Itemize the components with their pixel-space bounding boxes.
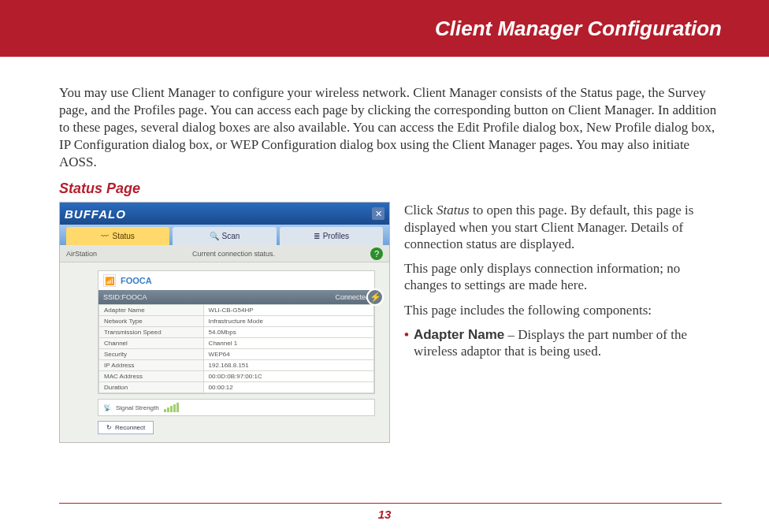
signal-bars-icon [164, 403, 370, 412]
page-number: 13 [0, 508, 769, 521]
antenna-icon: 📶 [103, 274, 116, 287]
status-p1: Click Status to open this page. By defau… [404, 202, 722, 252]
footer-divider [59, 503, 722, 504]
cell-val: 00:0D:0B:97:00:1C [203, 371, 373, 382]
status-icon: 〰 [101, 232, 109, 240]
status-p2: This page only displays connection infor… [404, 260, 722, 294]
cell-key: Channel [99, 338, 204, 349]
close-icon[interactable]: ✕ [372, 207, 384, 220]
tab-label: Scan [222, 232, 240, 240]
connected-label: Connected [335, 293, 370, 301]
search-icon: 🔍 [210, 232, 219, 240]
signal-strength-panel: 📡 Signal Strength [98, 399, 375, 416]
ssid-header: 📶 FOOCA [98, 271, 374, 290]
bullet-label: Adapter Name [414, 327, 504, 342]
help-icon[interactable]: ? [370, 247, 383, 260]
connection-badge-icon: ⚡ [366, 288, 384, 306]
cell-key: Security [99, 349, 204, 360]
brand-logo: BUFFALO [65, 207, 126, 221]
bullet-body: Adapter Name – Displays the part number … [414, 326, 722, 360]
tab-status[interactable]: 〰 Status [66, 227, 169, 245]
cell-key: Network Type [99, 316, 204, 327]
page-title: Client Manager Configuration [435, 17, 722, 41]
intro-paragraph: You may use Client Manager to configure … [59, 84, 722, 171]
bullet-icon: • [404, 326, 409, 360]
subbar-left: AirStation [66, 250, 97, 258]
refresh-icon: ↻ [106, 424, 112, 431]
list-icon: ≣ [314, 232, 320, 240]
cell-key: Duration [99, 382, 204, 393]
cell-val: Infrastructure Mode [203, 316, 373, 327]
table-row: Transmission Speed54.0Mbps [99, 327, 374, 338]
table-row: IP Address192.168.8.151 [99, 360, 374, 371]
status-panel: 📶 FOOCA SSID:FOOCA Connected ⚡ Adapter N… [98, 270, 375, 394]
table-row: SecurityWEP64 [99, 349, 374, 360]
client-manager-window: BUFFALO ✕ 〰 Status 🔍 Scan ≣ Profiles [59, 202, 390, 443]
bullet-adapter-name: • Adapter Name – Displays the part numbe… [404, 326, 722, 360]
cell-val: WEP64 [203, 349, 373, 360]
content-area: You may use Client Manager to configure … [0, 57, 769, 443]
reconnect-button[interactable]: ↻ Reconnect [98, 421, 154, 434]
section-heading: Status Page [59, 180, 722, 197]
text: Click [404, 203, 437, 218]
cell-key: MAC Address [99, 371, 204, 382]
bottom-button-row: ↻ Reconnect [98, 421, 375, 434]
cell-val: WLI-CB-G54HP [203, 305, 373, 316]
cell-val: Channel 1 [203, 338, 373, 349]
status-description: Click Status to open this page. By defau… [404, 202, 722, 443]
reconnect-label: Reconnect [115, 424, 145, 431]
cell-key: IP Address [99, 360, 204, 371]
cell-key: Transmission Speed [99, 327, 204, 338]
table-row: MAC Address00:0D:0B:97:00:1C [99, 371, 374, 382]
table-row: Network TypeInfrastructure Mode [99, 316, 374, 327]
screenshot-figure: BUFFALO ✕ 〰 Status 🔍 Scan ≣ Profiles [59, 202, 390, 443]
tab-scan[interactable]: 🔍 Scan [173, 227, 276, 245]
ssid-name: FOOCA [121, 276, 152, 285]
sub-bar: AirStation Current connection status. ? [60, 245, 389, 262]
tab-profiles[interactable]: ≣ Profiles [280, 227, 383, 245]
two-column-layout: BUFFALO ✕ 〰 Status 🔍 Scan ≣ Profiles [59, 202, 722, 443]
cell-val: 00:00:12 [203, 382, 373, 393]
antenna-icon: 📡 [103, 404, 111, 411]
status-em: Status [437, 203, 470, 218]
header-band: Client Manager Configuration [0, 0, 769, 57]
status-table: Adapter NameWLI-CB-G54HP Network TypeInf… [98, 304, 374, 393]
tab-label: Profiles [323, 232, 349, 240]
table-row: Adapter NameWLI-CB-G54HP [99, 305, 374, 316]
ssid-label: SSID:FOOCA [103, 293, 147, 301]
table-row: ChannelChannel 1 [99, 338, 374, 349]
ssid-bar: SSID:FOOCA Connected ⚡ [98, 290, 374, 304]
subbar-center: Current connection status. [192, 250, 275, 258]
status-p3: This page includes the following compone… [404, 302, 722, 318]
tab-bar: 〰 Status 🔍 Scan ≣ Profiles [60, 225, 389, 245]
cell-val: 54.0Mbps [203, 327, 373, 338]
title-bar: BUFFALO ✕ [60, 203, 389, 225]
table-row: Duration00:00:12 [99, 382, 374, 393]
signal-label: Signal Strength [116, 404, 159, 411]
tab-label: Status [112, 232, 134, 240]
cell-val: 192.168.8.151 [203, 360, 373, 371]
cell-key: Adapter Name [99, 305, 204, 316]
